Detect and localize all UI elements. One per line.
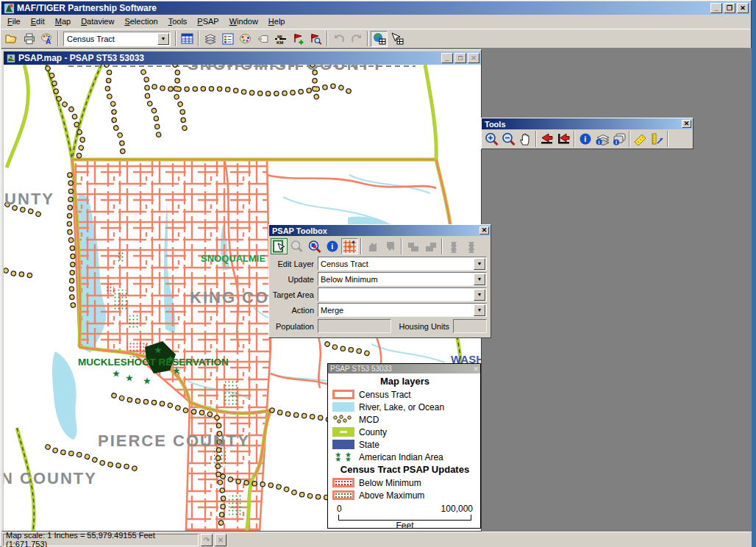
state-swatch [332,440,354,449]
scale-min: 0 [337,504,342,514]
legend-close-icon[interactable]: ✕ [473,365,479,373]
menu-map[interactable]: Map [50,15,76,28]
label-tag-icon[interactable] [254,31,271,47]
tools-toolbar: i i i [482,129,693,149]
edit-layer-row: Edit Layer Census Tract ▼ [269,256,491,271]
select-grid-view-icon[interactable] [388,31,405,47]
menu-window[interactable]: Window [224,15,263,28]
close-button[interactable]: ✕ [737,3,749,13]
update-combobox[interactable]: Below Minimum ▼ [318,272,487,286]
svg-text:★: ★ [154,346,162,354]
legend-titlebar[interactable]: PSAP ST53 53033 ✕ [328,364,480,373]
split-down-icon[interactable] [463,238,479,254]
psap-toolbox-title: PSAP Toolbox [272,226,327,235]
identify-icon[interactable]: i [577,131,593,147]
action-combobox[interactable]: Merge ▼ [318,303,487,317]
combo-dropdown-icon[interactable]: ▼ [474,274,485,285]
minimize-button[interactable]: _ [710,3,722,13]
map-window-title: PSAP.map - PSAP ST53 53033 [18,53,144,63]
dataview-icon[interactable] [179,31,196,47]
toolbox-identify-icon[interactable]: i [324,238,340,254]
legend-panel: PSAP ST53 53033 ✕ Map layers Census Trac… [327,363,481,529]
initial-extent-icon[interactable] [555,131,572,147]
tools-separator [535,131,537,147]
combo-dropdown-icon[interactable]: ▼ [474,258,485,270]
desktop-background [752,0,756,547]
toolbar-separator [327,31,328,46]
print-icon[interactable] [21,31,38,47]
psap-toolbox-close-icon[interactable]: ✕ [479,226,489,235]
target-area-combobox[interactable]: ▼ [318,287,487,301]
tools-close-icon[interactable]: ✕ [682,120,691,128]
measure-icon[interactable] [632,131,649,147]
set-scale-icon[interactable] [649,131,666,147]
svg-text:KM: KM [277,40,283,45]
tract-grid-icon[interactable] [341,238,358,254]
merge-right-icon[interactable] [422,238,439,254]
window-title: MAF/TIGER Partnership Software [17,3,157,13]
legend-item-label: State [359,440,379,450]
layer-select-combobox[interactable]: Census Tract ▼ [63,32,171,46]
find-flag-icon[interactable] [307,31,324,47]
boundary-down-icon[interactable] [382,238,399,254]
restore-button[interactable]: ❐ [724,3,735,13]
menu-psap[interactable]: PSAP [192,15,224,28]
tools-palette-titlebar[interactable]: Tools ✕ [482,118,693,129]
open-map-icon[interactable] [3,31,20,47]
map-minimize-button[interactable]: _ [441,53,453,63]
boundary-up-icon[interactable] [364,238,381,254]
main-titlebar[interactable]: MAF/TIGER Partnership Software _ ❐ ✕ [1,1,750,15]
update-value: Below Minimum [318,275,473,284]
scale-units-icon[interactable]: MIKM [272,31,289,47]
menu-selection[interactable]: Selection [119,15,163,28]
map-window-titlebar[interactable]: PSAP.map - PSAP ST53 53033 _ □ ✕ [4,51,481,65]
status-cancel-icon[interactable]: ✕ [215,534,227,546]
edit-layer-value: Census Tract [318,260,473,268]
mdi-area: PSAP.map - PSAP ST53 53033 _ □ ✕ [1,49,752,532]
legend-item-label: Census Tract [359,390,411,400]
combo-dropdown-icon[interactable]: ▼ [474,289,485,301]
water-swatch [332,402,354,412]
menu-file[interactable]: File [2,15,26,28]
zoom-out-icon[interactable] [500,131,517,147]
tools-separator [574,131,575,147]
combo-dropdown-icon[interactable]: ▼ [474,304,485,316]
split-up-icon[interactable] [445,238,462,254]
legend-title: PSAP ST53 53033 [330,365,392,373]
menu-dataview[interactable]: Dataview [76,15,119,28]
add-flag-icon[interactable] [290,31,307,47]
merge-left-icon[interactable] [404,238,421,254]
previous-extent-icon[interactable] [538,131,555,147]
legend-icon[interactable] [219,31,236,47]
population-field[interactable] [318,319,391,333]
edit-layer-combobox[interactable]: Census Tract ▼ [318,257,487,271]
housing-units-field[interactable] [453,319,487,333]
identify-all-icon[interactable]: i [610,131,627,147]
map-grid-view-icon[interactable] [371,31,388,47]
menu-tools[interactable]: Tools [163,15,193,28]
map-document-icon [6,54,16,63]
layers-icon[interactable] [202,31,218,47]
status-redo-icon[interactable]: ↷ [201,534,213,546]
zoom-in-icon[interactable] [483,131,500,147]
zoom-selection-icon[interactable] [306,238,323,254]
redo-icon[interactable] [348,31,365,47]
combo-dropdown-icon[interactable]: ▼ [157,33,169,45]
target-area-label: Target Area [269,290,318,299]
menu-edit[interactable]: Edit [26,15,50,28]
menu-help[interactable]: Help [263,15,290,28]
snohomish-county-label: SNOHOMISH COUNTY [188,65,384,74]
scale-bar: 0 100,000 Feet [335,504,474,531]
zoom-disabled-icon[interactable] [288,238,305,254]
map-style-icon[interactable]: A [38,31,55,47]
pan-hand-icon[interactable] [517,131,534,147]
psap-toolbox-titlebar[interactable]: PSAP Toolbox ✕ [269,225,491,236]
population-label: Population [269,322,318,331]
identify-layers-icon[interactable]: i [593,131,610,147]
map-maximize-button[interactable]: □ [454,53,466,63]
select-feature-icon[interactable] [271,238,288,254]
map-close-button[interactable]: ✕ [468,53,479,63]
undo-icon[interactable] [330,31,347,47]
legend-item-label: Above Maximum [359,490,424,501]
palette-icon[interactable] [237,31,254,47]
